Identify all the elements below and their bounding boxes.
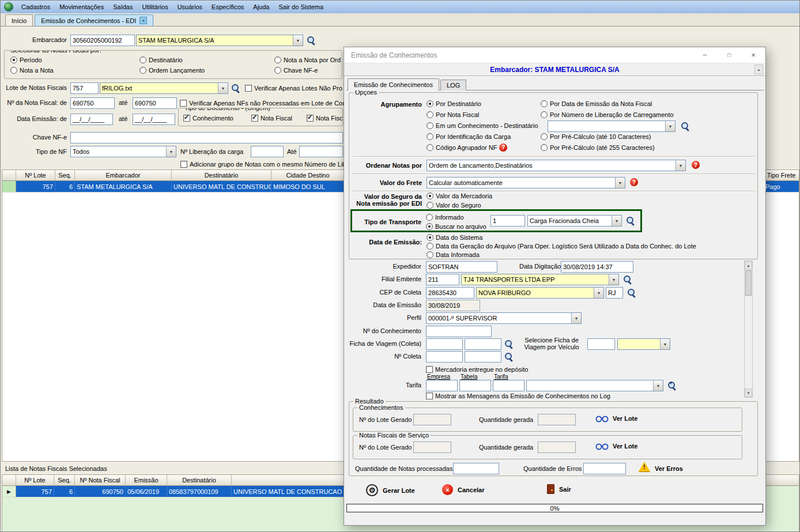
- header-lote[interactable]: Nº Lote: [16, 475, 54, 486]
- menu-especificos[interactable]: Específicos: [207, 1, 248, 13]
- valor-frete-select[interactable]: Calcular automaticamente ▼: [427, 177, 625, 188]
- radio-por-data-emissao[interactable]: Por Data de Emissão da Nota Fiscal: [541, 100, 652, 107]
- chave-nfe-input[interactable]: [70, 132, 343, 144]
- radio-em-um-conhecimento[interactable]: Em um Conhecimento - Destinatário: [427, 122, 538, 129]
- check-conhecimento[interactable]: Conhecimento: [183, 114, 233, 122]
- radio-valor-mercadoria[interactable]: Valor da Mercadoria: [427, 192, 492, 199]
- header-tipo-frete[interactable]: Tipo Frete: [764, 170, 799, 181]
- nf-ate-input[interactable]: 690750: [133, 97, 177, 109]
- coleta-input-2[interactable]: [465, 351, 501, 363]
- transporte-codigo-input[interactable]: 1: [490, 215, 525, 227]
- nf-de-input[interactable]: 690750: [70, 97, 115, 109]
- veiculo-select[interactable]: ▼: [617, 338, 670, 350]
- radio-pre-calculo-10[interactable]: Por Pré-Cálculo (até 10 Caracteres): [541, 133, 651, 140]
- menu-ajuda[interactable]: Ajuda: [248, 1, 274, 13]
- scroll-up-button[interactable]: ▲: [754, 65, 763, 74]
- maximize-button[interactable]: □: [717, 47, 741, 63]
- cancelar-button[interactable]: × Cancelar: [442, 484, 484, 495]
- radio-pre-calculo-255[interactable]: Por Pré-Cálculo (até 255 Caracteres): [541, 144, 655, 151]
- tab-inicio[interactable]: Início: [5, 14, 33, 26]
- embarcador-code-input[interactable]: 30560205000192: [70, 35, 135, 46]
- minimize-button[interactable]: ─: [693, 47, 717, 63]
- data-ate-input[interactable]: __/__/____: [133, 114, 175, 125]
- tarifa-tabela-input[interactable]: [459, 380, 491, 391]
- ordenar-select[interactable]: Ordem de Lancamento,Destinatários ▼: [427, 160, 686, 171]
- check-mercadoria-deposito[interactable]: Mercadoria entregue no depósito: [426, 365, 528, 373]
- lote-arquivo-select[interactable]: fRILOG.txt ▼: [100, 82, 228, 94]
- lote-search-button[interactable]: [231, 83, 241, 93]
- radio-codigo-agrupador[interactable]: Código Agrupador NF?: [427, 144, 507, 151]
- uf-input[interactable]: RJ: [606, 287, 623, 299]
- scrollbar-thumb[interactable]: [745, 270, 752, 296]
- ficha-input-1[interactable]: [426, 338, 463, 350]
- lote-numero-input[interactable]: 757: [70, 82, 99, 94]
- liberacao-de-input[interactable]: [251, 146, 284, 157]
- ficha-input-2[interactable]: [465, 338, 501, 350]
- header-cidade[interactable]: Cidade Destino: [271, 170, 345, 181]
- close-button[interactable]: ×: [741, 47, 765, 63]
- conhecimento-destinatario-select[interactable]: ▼: [548, 120, 676, 132]
- gerar-lote-button[interactable]: ⚙ Gerar Lote: [366, 484, 415, 496]
- header-lote[interactable]: Nº Lote: [16, 170, 55, 181]
- form-scrollbar[interactable]: ▲ ▼: [744, 261, 753, 398]
- header-destinatario[interactable]: Destinatário: [172, 170, 271, 181]
- radio-nota-por-ordem[interactable]: Nota a Nota por Ord: [274, 56, 341, 63]
- cidade-select[interactable]: NOVA FRIBURGO ▼: [476, 287, 604, 299]
- data-de-input[interactable]: __/__/____: [70, 114, 113, 125]
- sair-button[interactable]: Sair: [547, 484, 571, 494]
- liberacao-ate-input[interactable]: [299, 146, 343, 157]
- check-adicionar-grupo[interactable]: Adicionar grupo de Notas com o mesmo Núm…: [180, 160, 350, 168]
- radio-chave-nfe[interactable]: Chave NF-e: [274, 66, 318, 74]
- header-seq[interactable]: Seq.: [55, 170, 75, 181]
- menu-cadastros[interactable]: Cadastros: [17, 1, 55, 13]
- ver-erros-button[interactable]: Ver Erros: [655, 465, 683, 472]
- transporte-search-button[interactable]: [625, 216, 636, 226]
- check-nota-fiscal-dev[interactable]: Nota Fiscal d: [307, 114, 343, 122]
- check-mostrar-mensagens[interactable]: Mostrar as Mensagens da Emissão de Conhe…: [426, 392, 610, 399]
- veiculo-input[interactable]: [587, 338, 615, 350]
- perfil-select[interactable]: 000001-º SUPERVISOR ▼: [426, 312, 582, 324]
- header-emissao[interactable]: Emissão: [126, 475, 167, 486]
- ver-lote-button[interactable]: Ver Lote: [595, 414, 637, 422]
- radio-por-identificacao[interactable]: Por Identificação da Carga: [427, 133, 511, 140]
- tarifa-empresa-input[interactable]: [426, 380, 458, 391]
- radio-por-liberacao[interactable]: Por Número de Liberação de Carregamento: [541, 111, 674, 118]
- radio-data-sistema[interactable]: Data do Sistema: [427, 233, 482, 241]
- dialog-tab-emissao[interactable]: Emissão de Conhecimentos: [348, 78, 439, 90]
- menu-usuarios[interactable]: Usuários: [173, 1, 207, 13]
- cep-input[interactable]: 28635430: [426, 287, 474, 299]
- expedidor-input[interactable]: SOFTRAN: [426, 261, 497, 273]
- radio-nota-a-nota[interactable]: Nota a Nota: [10, 66, 54, 74]
- header-destinatario[interactable]: Destinatário: [167, 475, 232, 486]
- help-icon[interactable]: ?: [692, 161, 700, 169]
- radio-ordem-lancamento[interactable]: Ordem Lançamento: [139, 66, 205, 74]
- filial-select[interactable]: TJ4 TRANSPORTES LTDA EPP ▼: [461, 274, 619, 285]
- radio-data-informada[interactable]: Data Informada: [427, 251, 480, 258]
- menu-movimentacoes[interactable]: Movimentações: [55, 1, 108, 13]
- tab-close-icon[interactable]: ×: [139, 17, 147, 24]
- tipo-nf-select[interactable]: Todos ▼: [70, 146, 176, 157]
- radio-por-nota-fiscal[interactable]: Por Nota Fiscal: [427, 111, 479, 118]
- transporte-select[interactable]: Carga Fracionada Cheia ▼: [527, 215, 622, 227]
- menu-saidas[interactable]: Saídas: [108, 1, 137, 13]
- help-icon[interactable]: ?: [499, 144, 507, 152]
- radio-informado[interactable]: Informado: [426, 213, 464, 221]
- ver-lote-servico-button[interactable]: Ver Lote: [595, 442, 637, 450]
- dialog-tab-log[interactable]: LOG: [440, 80, 466, 90]
- radio-valor-seguro[interactable]: Valor do Seguro: [427, 201, 481, 209]
- tarifa-zoom-button[interactable]: +: [667, 380, 677, 391]
- help-icon[interactable]: ?: [630, 178, 638, 186]
- check-nota-fiscal[interactable]: Nota Fiscal: [251, 114, 292, 122]
- cep-search-button[interactable]: [627, 288, 637, 298]
- coleta-input-1[interactable]: [426, 351, 463, 363]
- header-seq[interactable]: Seq.: [54, 475, 75, 486]
- radio-data-geracao[interactable]: Data da Geração do Arquivo (Para Oper. L…: [427, 242, 696, 250]
- radio-destinatario[interactable]: Destinatário: [139, 56, 183, 63]
- conhecimento-input[interactable]: [426, 326, 492, 337]
- filial-codigo-input[interactable]: 211: [426, 274, 459, 285]
- menu-sair-do-sistema[interactable]: Sair do Sistema: [274, 1, 328, 13]
- conhecimento-search-button[interactable]: [680, 121, 690, 131]
- header-embarcador[interactable]: Embarcador: [75, 170, 172, 181]
- radio-buscar-arquivo[interactable]: Buscar no arquivo: [426, 222, 486, 230]
- tarifa-tarifa-input[interactable]: [493, 380, 524, 391]
